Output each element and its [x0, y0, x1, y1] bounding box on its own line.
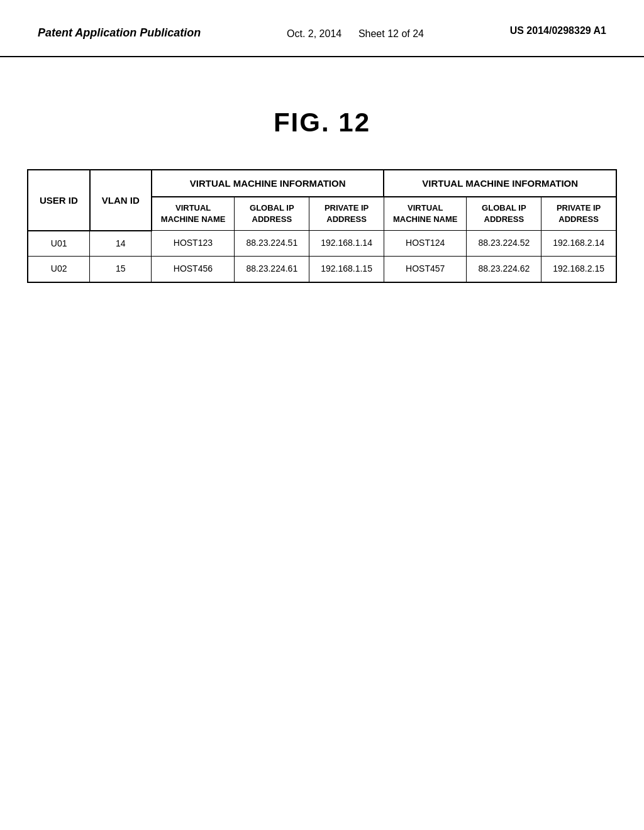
- data-table-container: USER ID VLAN ID VIRTUAL MACHINE INFORMAT…: [0, 169, 644, 283]
- left-global-ip-header: GLOBAL IPADDRESS: [235, 197, 309, 231]
- publication-date: Oct. 2, 2014: [287, 28, 341, 39]
- left-global-ip-cell: 88.23.224.61: [235, 257, 309, 282]
- left-private-ip-cell: 192.168.1.14: [309, 231, 384, 257]
- figure-label: FIG. 12: [0, 108, 644, 138]
- right-private-ip-cell: 192.168.2.15: [541, 257, 616, 282]
- right-section-header: VIRTUAL MACHINE INFORMATION: [384, 170, 616, 197]
- left-vm-name-cell: HOST456: [152, 257, 235, 282]
- left-vm-name-header: VIRTUALMACHINE NAME: [152, 197, 235, 231]
- right-vm-name-header: VIRTUALMACHINE NAME: [384, 197, 467, 231]
- col-user-id-header: USER ID: [28, 170, 90, 231]
- patent-number: US 2014/0298329 A1: [510, 25, 606, 36]
- right-global-ip-header: GLOBAL IPADDRESS: [467, 197, 541, 231]
- left-vm-name-cell: HOST123: [152, 231, 235, 257]
- right-global-ip-cell: 88.23.224.62: [467, 257, 541, 282]
- vlan-id-cell: 15: [90, 257, 152, 282]
- left-section-header: VIRTUAL MACHINE INFORMATION: [152, 170, 384, 197]
- table-row: U0114HOST12388.23.224.51192.168.1.14HOST…: [28, 231, 616, 257]
- right-private-ip-cell: 192.168.2.14: [541, 231, 616, 257]
- right-private-ip-header: PRIVATE IPADDRESS: [541, 197, 616, 231]
- user-id-cell: U02: [28, 257, 90, 282]
- table-row: U0215HOST45688.23.224.61192.168.1.15HOST…: [28, 257, 616, 282]
- page-header: Patent Application Publication Oct. 2, 2…: [0, 0, 644, 57]
- user-id-cell: U01: [28, 231, 90, 257]
- right-vm-name-cell: HOST124: [384, 231, 467, 257]
- publication-label: Patent Application Publication: [38, 25, 201, 41]
- right-vm-name-cell: HOST457: [384, 257, 467, 282]
- col-vlan-id-header: VLAN ID: [90, 170, 152, 231]
- left-private-ip-cell: 192.168.1.15: [309, 257, 384, 282]
- left-private-ip-header: PRIVATE IPADDRESS: [309, 197, 384, 231]
- right-global-ip-cell: 88.23.224.52: [467, 231, 541, 257]
- network-table: USER ID VLAN ID VIRTUAL MACHINE INFORMAT…: [27, 169, 617, 283]
- left-global-ip-cell: 88.23.224.51: [235, 231, 309, 257]
- vlan-id-cell: 14: [90, 231, 152, 257]
- sheet-info: Sheet 12 of 24: [358, 28, 424, 39]
- header-date-sheet: Oct. 2, 2014 Sheet 12 of 24: [287, 25, 424, 43]
